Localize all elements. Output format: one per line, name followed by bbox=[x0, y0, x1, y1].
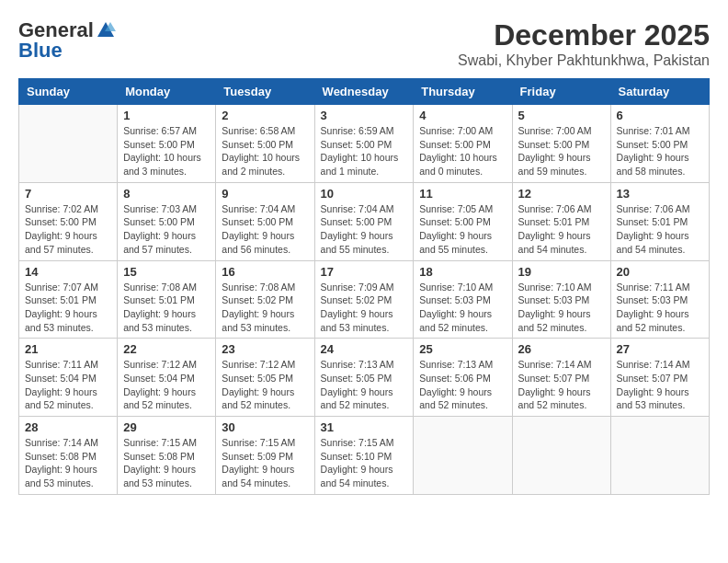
day-number: 28 bbox=[25, 420, 111, 434]
day-info: Sunrise: 7:15 AM Sunset: 5:09 PM Dayligh… bbox=[222, 436, 308, 490]
calendar-cell: 24Sunrise: 7:13 AM Sunset: 5:05 PM Dayli… bbox=[314, 339, 414, 417]
day-number: 6 bbox=[617, 109, 703, 122]
day-number: 21 bbox=[25, 342, 111, 356]
logo-icon bbox=[96, 20, 116, 40]
day-info: Sunrise: 7:13 AM Sunset: 5:06 PM Dayligh… bbox=[419, 358, 506, 412]
day-number: 24 bbox=[321, 342, 408, 356]
day-number: 1 bbox=[123, 109, 210, 122]
calendar-week-row: 1Sunrise: 6:57 AM Sunset: 5:00 PM Daylig… bbox=[19, 105, 710, 183]
day-info: Sunrise: 7:13 AM Sunset: 5:05 PM Dayligh… bbox=[321, 358, 408, 412]
day-info: Sunrise: 7:15 AM Sunset: 5:08 PM Dayligh… bbox=[123, 436, 210, 490]
calendar-cell: 19Sunrise: 7:10 AM Sunset: 5:03 PM Dayli… bbox=[512, 260, 610, 339]
day-info: Sunrise: 7:04 AM Sunset: 5:00 PM Dayligh… bbox=[222, 202, 308, 257]
calendar-cell: 13Sunrise: 7:06 AM Sunset: 5:01 PM Dayli… bbox=[610, 182, 709, 260]
calendar-cell: 27Sunrise: 7:14 AM Sunset: 5:07 PM Dayli… bbox=[610, 339, 709, 417]
day-number: 8 bbox=[123, 187, 210, 201]
calendar-cell bbox=[610, 417, 709, 495]
calendar-cell: 28Sunrise: 7:14 AM Sunset: 5:08 PM Dayli… bbox=[19, 417, 118, 495]
calendar-cell: 15Sunrise: 7:08 AM Sunset: 5:01 PM Dayli… bbox=[118, 260, 216, 339]
calendar-cell: 30Sunrise: 7:15 AM Sunset: 5:09 PM Dayli… bbox=[216, 417, 314, 495]
calendar-cell: 31Sunrise: 7:15 AM Sunset: 5:10 PM Dayli… bbox=[314, 417, 414, 495]
calendar-cell bbox=[19, 105, 118, 183]
day-number: 26 bbox=[518, 342, 605, 356]
day-number: 9 bbox=[222, 187, 308, 201]
weekday-header: Friday bbox=[512, 79, 610, 105]
day-info: Sunrise: 7:02 AM Sunset: 5:00 PM Dayligh… bbox=[25, 202, 111, 257]
calendar-header-row: SundayMondayTuesdayWednesdayThursdayFrid… bbox=[19, 79, 710, 105]
day-info: Sunrise: 6:59 AM Sunset: 5:00 PM Dayligh… bbox=[321, 124, 408, 178]
day-number: 10 bbox=[321, 187, 408, 201]
day-info: Sunrise: 7:11 AM Sunset: 5:03 PM Dayligh… bbox=[617, 281, 703, 335]
calendar-cell: 18Sunrise: 7:10 AM Sunset: 5:03 PM Dayli… bbox=[414, 260, 512, 339]
calendar-cell: 14Sunrise: 7:07 AM Sunset: 5:01 PM Dayli… bbox=[19, 260, 118, 339]
day-number: 17 bbox=[321, 265, 408, 279]
day-info: Sunrise: 7:12 AM Sunset: 5:05 PM Dayligh… bbox=[222, 358, 308, 412]
day-number: 30 bbox=[222, 420, 308, 434]
calendar-cell: 22Sunrise: 7:12 AM Sunset: 5:04 PM Dayli… bbox=[118, 339, 216, 417]
day-info: Sunrise: 7:08 AM Sunset: 5:02 PM Dayligh… bbox=[222, 281, 308, 335]
day-info: Sunrise: 7:04 AM Sunset: 5:00 PM Dayligh… bbox=[321, 202, 408, 257]
day-info: Sunrise: 6:58 AM Sunset: 5:00 PM Dayligh… bbox=[222, 124, 308, 178]
day-info: Sunrise: 7:14 AM Sunset: 5:07 PM Dayligh… bbox=[617, 358, 703, 412]
day-info: Sunrise: 7:06 AM Sunset: 5:01 PM Dayligh… bbox=[518, 202, 605, 257]
weekday-header: Tuesday bbox=[216, 79, 314, 105]
day-number: 7 bbox=[25, 187, 111, 201]
day-number: 15 bbox=[123, 265, 210, 279]
calendar-cell: 4Sunrise: 7:00 AM Sunset: 5:00 PM Daylig… bbox=[414, 105, 512, 183]
day-number: 2 bbox=[222, 109, 308, 122]
day-number: 22 bbox=[123, 342, 210, 356]
calendar-cell: 11Sunrise: 7:05 AM Sunset: 5:00 PM Dayli… bbox=[414, 182, 512, 260]
calendar-week-row: 28Sunrise: 7:14 AM Sunset: 5:08 PM Dayli… bbox=[19, 417, 710, 495]
month-year-title: December 2025 bbox=[458, 18, 710, 52]
calendar-cell bbox=[512, 417, 610, 495]
day-info: Sunrise: 7:05 AM Sunset: 5:00 PM Dayligh… bbox=[419, 202, 506, 257]
calendar-cell: 26Sunrise: 7:14 AM Sunset: 5:07 PM Dayli… bbox=[512, 339, 610, 417]
day-info: Sunrise: 6:57 AM Sunset: 5:00 PM Dayligh… bbox=[123, 124, 210, 178]
day-number: 23 bbox=[222, 342, 308, 356]
calendar-table: SundayMondayTuesdayWednesdayThursdayFrid… bbox=[18, 78, 710, 495]
calendar-cell: 8Sunrise: 7:03 AM Sunset: 5:00 PM Daylig… bbox=[118, 182, 216, 260]
day-info: Sunrise: 7:08 AM Sunset: 5:01 PM Dayligh… bbox=[123, 281, 210, 335]
day-number: 19 bbox=[518, 265, 605, 279]
day-number: 12 bbox=[518, 187, 605, 201]
calendar-cell: 10Sunrise: 7:04 AM Sunset: 5:00 PM Dayli… bbox=[314, 182, 414, 260]
day-info: Sunrise: 7:07 AM Sunset: 5:01 PM Dayligh… bbox=[25, 281, 111, 335]
weekday-header: Monday bbox=[118, 79, 216, 105]
calendar-cell: 17Sunrise: 7:09 AM Sunset: 5:02 PM Dayli… bbox=[314, 260, 414, 339]
calendar-cell: 5Sunrise: 7:00 AM Sunset: 5:00 PM Daylig… bbox=[512, 105, 610, 183]
day-info: Sunrise: 7:06 AM Sunset: 5:01 PM Dayligh… bbox=[617, 202, 703, 257]
weekday-header: Thursday bbox=[414, 79, 512, 105]
day-info: Sunrise: 7:12 AM Sunset: 5:04 PM Dayligh… bbox=[123, 358, 210, 412]
calendar-cell: 25Sunrise: 7:13 AM Sunset: 5:06 PM Dayli… bbox=[414, 339, 512, 417]
calendar-cell: 2Sunrise: 6:58 AM Sunset: 5:00 PM Daylig… bbox=[216, 105, 314, 183]
calendar-cell: 23Sunrise: 7:12 AM Sunset: 5:05 PM Dayli… bbox=[216, 339, 314, 417]
day-number: 16 bbox=[222, 265, 308, 279]
day-info: Sunrise: 7:14 AM Sunset: 5:07 PM Dayligh… bbox=[518, 358, 605, 412]
day-info: Sunrise: 7:10 AM Sunset: 5:03 PM Dayligh… bbox=[419, 281, 506, 335]
weekday-header: Sunday bbox=[19, 79, 118, 105]
weekday-header: Wednesday bbox=[314, 79, 414, 105]
day-number: 5 bbox=[518, 109, 605, 122]
calendar-week-row: 21Sunrise: 7:11 AM Sunset: 5:04 PM Dayli… bbox=[19, 339, 710, 417]
day-number: 31 bbox=[321, 420, 408, 434]
day-number: 4 bbox=[419, 109, 506, 122]
day-number: 13 bbox=[617, 187, 703, 201]
day-info: Sunrise: 7:03 AM Sunset: 5:00 PM Dayligh… bbox=[123, 202, 210, 257]
day-number: 25 bbox=[419, 342, 506, 356]
calendar-week-row: 7Sunrise: 7:02 AM Sunset: 5:00 PM Daylig… bbox=[19, 182, 710, 260]
day-info: Sunrise: 7:01 AM Sunset: 5:00 PM Dayligh… bbox=[617, 124, 703, 178]
calendar-cell: 21Sunrise: 7:11 AM Sunset: 5:04 PM Dayli… bbox=[19, 339, 118, 417]
logo: General Blue bbox=[18, 18, 116, 63]
day-info: Sunrise: 7:00 AM Sunset: 5:00 PM Dayligh… bbox=[419, 124, 506, 178]
day-info: Sunrise: 7:09 AM Sunset: 5:02 PM Dayligh… bbox=[321, 281, 408, 335]
calendar-cell bbox=[414, 417, 512, 495]
day-info: Sunrise: 7:14 AM Sunset: 5:08 PM Dayligh… bbox=[25, 436, 111, 490]
day-number: 29 bbox=[123, 420, 210, 434]
day-number: 3 bbox=[321, 109, 408, 122]
day-number: 18 bbox=[419, 265, 506, 279]
day-number: 20 bbox=[617, 265, 703, 279]
location-subtitle: Swabi, Khyber Pakhtunkhwa, Pakistan bbox=[458, 52, 710, 69]
calendar-cell: 3Sunrise: 6:59 AM Sunset: 5:00 PM Daylig… bbox=[314, 105, 414, 183]
calendar-cell: 16Sunrise: 7:08 AM Sunset: 5:02 PM Dayli… bbox=[216, 260, 314, 339]
calendar-cell: 9Sunrise: 7:04 AM Sunset: 5:00 PM Daylig… bbox=[216, 182, 314, 260]
